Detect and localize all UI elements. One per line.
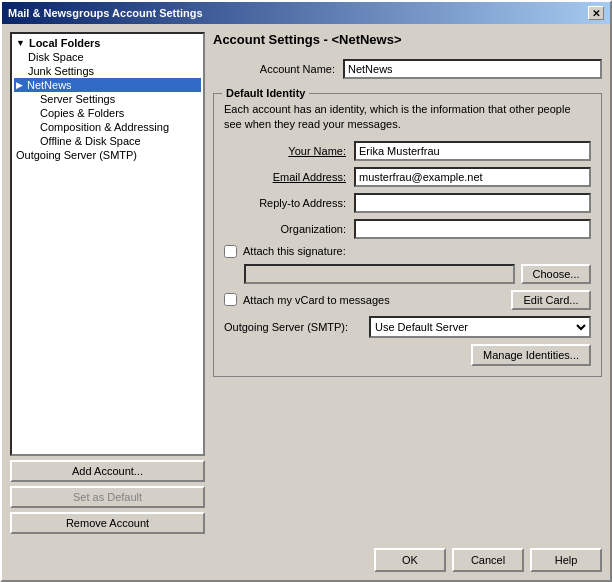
sig-file-row: Choose... — [224, 264, 591, 284]
smtp-row: Outgoing Server (SMTP): Use Default Serv… — [224, 316, 591, 338]
account-name-row: Account Name: — [213, 59, 602, 79]
cancel-button[interactable]: Cancel — [452, 548, 524, 572]
reply-to-row: Reply-to Address: — [224, 193, 591, 213]
tree-item-local-folders[interactable]: ▼ Local Folders — [14, 36, 201, 50]
default-identity-group: Default Identity Each account has an ide… — [213, 93, 602, 377]
your-name-label: Your Name: — [224, 145, 354, 157]
sig-file-input[interactable] — [244, 264, 515, 284]
tree-item-copies-folders[interactable]: Copies & Folders — [14, 106, 201, 120]
smtp-label: Outgoing Server (SMTP): — [224, 321, 369, 333]
tree-item-offline-disk[interactable]: Offline & Disk Space — [14, 134, 201, 148]
tree-item-netnews[interactable]: ▶ NetNews — [14, 78, 201, 92]
tree-label-outgoing-smtp: Outgoing Server (SMTP) — [16, 149, 137, 161]
tree-label-offline-disk: Offline & Disk Space — [40, 135, 141, 147]
main-window: Mail & Newsgroups Account Settings ✕ ▼ L… — [0, 0, 612, 582]
manage-identities-row: Manage Identities... — [224, 344, 591, 366]
expand-icon-local: ▼ — [16, 38, 25, 48]
set-default-button[interactable]: Set as Default — [10, 486, 205, 508]
ok-button[interactable]: OK — [374, 548, 446, 572]
help-button[interactable]: Help — [530, 548, 602, 572]
attach-sig-checkbox[interactable] — [224, 245, 237, 258]
window-title: Mail & Newsgroups Account Settings — [8, 7, 203, 19]
left-buttons: Add Account... Set as Default Remove Acc… — [10, 460, 205, 534]
attach-sig-row: Attach this signature: — [224, 245, 591, 258]
account-name-input[interactable] — [343, 59, 602, 79]
tree-label-netnews: NetNews — [27, 79, 72, 91]
add-account-button[interactable]: Add Account... — [10, 460, 205, 482]
tree-item-server-settings[interactable]: Server Settings — [14, 92, 201, 106]
email-row: Email Address: — [224, 167, 591, 187]
right-panel: Account Settings - <NetNews> Account Nam… — [213, 32, 602, 534]
tree-label-junk-settings: Junk Settings — [28, 65, 94, 77]
organization-label: Organization: — [224, 223, 354, 235]
close-button[interactable]: ✕ — [588, 6, 604, 20]
remove-account-button[interactable]: Remove Account — [10, 512, 205, 534]
organization-input[interactable] — [354, 219, 591, 239]
manage-identities-button[interactable]: Manage Identities... — [471, 344, 591, 366]
tree-label-disk-space: Disk Space — [28, 51, 84, 63]
tree-item-disk-space[interactable]: Disk Space — [14, 50, 201, 64]
tree-label-server-settings: Server Settings — [40, 93, 115, 105]
window-content: ▼ Local Folders Disk Space Junk Settings… — [2, 24, 610, 542]
tree-item-composition[interactable]: Composition & Addressing — [14, 120, 201, 134]
your-name-row: Your Name: — [224, 141, 591, 161]
your-name-input[interactable] — [354, 141, 591, 161]
tree-item-outgoing-smtp[interactable]: Outgoing Server (SMTP) — [14, 148, 201, 162]
titlebar: Mail & Newsgroups Account Settings ✕ — [2, 2, 610, 24]
organization-row: Organization: — [224, 219, 591, 239]
email-input[interactable] — [354, 167, 591, 187]
attach-sig-label: Attach this signature: — [243, 245, 346, 257]
tree-item-junk-settings[interactable]: Junk Settings — [14, 64, 201, 78]
attach-vcard-checkbox[interactable] — [224, 293, 237, 306]
attach-vcard-label: Attach my vCard to messages — [243, 294, 390, 306]
reply-to-label: Reply-to Address: — [224, 197, 354, 209]
footer-buttons: OK Cancel Help — [2, 542, 610, 580]
expand-icon-netnews: ▶ — [16, 80, 23, 90]
tree-label-local-folders: Local Folders — [29, 37, 101, 49]
tree-label-composition: Composition & Addressing — [40, 121, 169, 133]
groupbox-title: Default Identity — [222, 87, 309, 99]
edit-card-button[interactable]: Edit Card... — [511, 290, 591, 310]
email-label: Email Address: — [224, 171, 354, 183]
choose-sig-button[interactable]: Choose... — [521, 264, 591, 284]
account-name-label: Account Name: — [213, 63, 343, 75]
identity-description: Each account has an identity, which is t… — [224, 102, 591, 133]
smtp-select[interactable]: Use Default Server — [369, 316, 591, 338]
tree-label-copies-folders: Copies & Folders — [40, 107, 124, 119]
account-tree[interactable]: ▼ Local Folders Disk Space Junk Settings… — [10, 32, 205, 456]
reply-to-input[interactable] — [354, 193, 591, 213]
section-title: Account Settings - <NetNews> — [213, 32, 602, 47]
vcard-row: Attach my vCard to messages Edit Card... — [224, 290, 591, 310]
left-panel: ▼ Local Folders Disk Space Junk Settings… — [10, 32, 205, 534]
